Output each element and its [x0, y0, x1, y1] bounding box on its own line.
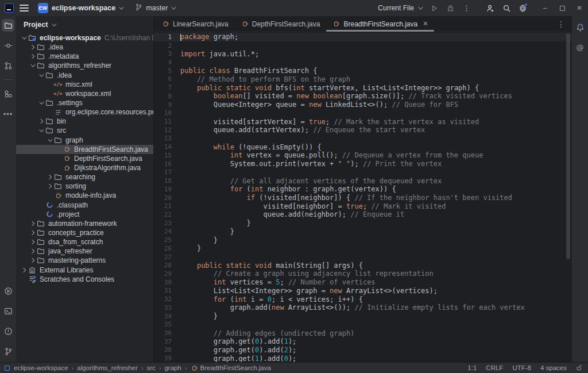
chevron-collapsed-icon[interactable]	[28, 259, 36, 262]
editor-tab-linearsearch-java[interactable]: LinearSearch.java	[156, 16, 235, 32]
code-line-16: 16 System.out.print(vertex + " "); // Pr…	[154, 160, 572, 168]
breadcrumb: eclipse-workspace›algorithms_refresher›s…	[5, 364, 271, 372]
tree-item-src[interactable]: src	[16, 126, 153, 135]
project-panel-header[interactable]: Project	[16, 16, 153, 33]
chevron-expanded-icon[interactable]	[28, 64, 36, 67]
tree-item-bin[interactable]: bin	[16, 117, 153, 126]
tree-item-graph[interactable]: graph	[16, 136, 153, 145]
tree-item-scratches-and-consoles[interactable]: Scratches and Consoles	[16, 275, 153, 284]
chevron-collapsed-icon[interactable]	[28, 222, 36, 225]
terminal-icon[interactable]	[2, 305, 14, 317]
chevron-collapsed-icon[interactable]	[37, 120, 45, 123]
project-icon[interactable]	[2, 19, 14, 32]
pull-requests-icon[interactable]	[2, 59, 14, 72]
chevron-expanded-icon[interactable]	[20, 36, 28, 40]
tab-options-button[interactable]: ⋮	[550, 16, 572, 32]
chevron-collapsed-icon[interactable]	[45, 175, 53, 179]
ai-assistant-icon[interactable]: @	[574, 41, 586, 53]
line-number: 23	[154, 220, 180, 227]
debug-button[interactable]	[442, 0, 458, 16]
code-text: System.out.print(vertex + " "); // Print…	[180, 160, 442, 168]
tree-item-concepts-practice[interactable]: concepts_practice	[16, 228, 153, 237]
main-menu-button[interactable]	[20, 5, 29, 11]
close-tab-icon[interactable]: ✕	[423, 20, 428, 28]
tree-item-label: misc.xml	[65, 80, 92, 89]
editor-tab-depthfirstsearch-java[interactable]: DepthFirstSearch.java	[235, 16, 327, 32]
chevron-collapsed-icon[interactable]	[28, 231, 36, 234]
chevron-collapsed-icon[interactable]	[45, 184, 53, 188]
chevron-collapsed-icon[interactable]	[28, 55, 36, 58]
chevron-collapsed-icon[interactable]	[28, 240, 36, 244]
more-options-button[interactable]	[458, 0, 474, 16]
project-widget[interactable]: EW eclipse-workspace	[34, 1, 126, 15]
encoding-widget[interactable]: UTF-8	[512, 364, 531, 371]
code-with-me-button[interactable]	[482, 0, 498, 16]
scratches-icon	[28, 275, 37, 284]
close-button[interactable]: ✕	[571, 0, 588, 16]
breadcrumb-graph[interactable]: graph	[164, 364, 181, 371]
folder-icon	[36, 247, 45, 256]
git-branch-widget[interactable]: master	[131, 2, 178, 14]
tree-item-dsa-from-scratch[interactable]: dsa_from_scratch	[16, 237, 153, 247]
chevron-collapsed-icon[interactable]	[28, 249, 36, 253]
line-number: 2	[154, 42, 180, 49]
run-configuration-selector[interactable]: Current File	[373, 4, 426, 12]
settings-button[interactable]	[514, 0, 531, 16]
lock-icon[interactable]	[576, 364, 582, 372]
caret-position-widget[interactable]: 1:1	[467, 364, 477, 371]
line-number: 4	[154, 59, 180, 66]
tree-item-java-refresher[interactable]: java_refresher	[16, 247, 153, 256]
breadcrumb-src[interactable]: src	[146, 364, 155, 371]
tree-item-depthfirstsearch-java[interactable]: DepthFirstSearch.java	[16, 154, 153, 163]
breadcrumb-algorithms-refresher[interactable]: algorithms_refresher	[77, 364, 137, 371]
line-number: 38	[154, 346, 180, 353]
commit-icon[interactable]	[2, 39, 14, 52]
chevron-collapsed-icon[interactable]	[28, 45, 36, 49]
minimize-button[interactable]: –	[536, 0, 554, 16]
editor-scrollbar[interactable]	[566, 33, 570, 259]
code-editor[interactable]: 1package graph;23import java.util.*;45pu…	[154, 32, 572, 362]
chevron-expanded-icon[interactable]	[45, 139, 53, 142]
indent-widget[interactable]: 4 spaces	[540, 364, 567, 371]
notifications-icon[interactable]	[574, 21, 586, 33]
chevron-collapsed-icon[interactable]	[20, 268, 28, 272]
run-tool-icon[interactable]	[2, 284, 14, 297]
tree-item--settings[interactable]: .settings	[16, 98, 153, 107]
problems-icon[interactable]	[2, 325, 14, 337]
tree-item-workspace-xml[interactable]: </>workspace.xml	[16, 89, 153, 98]
structure-icon[interactable]	[2, 87, 14, 100]
chevron-expanded-icon[interactable]	[37, 129, 45, 132]
code-text: visited[startVertex] = true; // Mark the…	[180, 118, 479, 126]
chevron-expanded-icon[interactable]	[37, 101, 45, 105]
breadcrumb-breadthfirstsearch-java[interactable]: BreadthFirstSearch.java	[191, 364, 271, 372]
tree-item-external-libraries[interactable]: External Libraries	[16, 266, 153, 275]
line-number: 12	[154, 126, 180, 134]
tree-item--project[interactable]: .project	[16, 210, 153, 219]
tree-item-mastering-patterns[interactable]: mastering-patterns	[16, 256, 153, 265]
tree-item--metadata[interactable]: .metadata	[16, 52, 153, 61]
line-separator-widget[interactable]: CRLF	[486, 364, 503, 371]
tree-item-searching[interactable]: searching	[16, 172, 153, 182]
code-line-9: 9 Queue<Integer> queue = new LinkedList<…	[154, 101, 572, 109]
chevron-expanded-icon[interactable]	[37, 74, 45, 77]
maximize-button[interactable]	[554, 0, 571, 16]
version-control-icon[interactable]	[2, 345, 14, 357]
breadcrumb-eclipse-workspace[interactable]: eclipse-workspace	[14, 364, 68, 371]
editor-tab-breadthfirstsearch-java[interactable]: BreadthFirstSearch.java✕	[326, 16, 434, 32]
more-icon[interactable]: •••	[2, 107, 14, 120]
tree-item--classpath[interactable]: .classpath	[16, 201, 153, 210]
search-everywhere-button[interactable]	[498, 0, 514, 16]
tree-item-dijkstraalgorithm-java[interactable]: DijkstraAlgorithm.java	[16, 163, 153, 172]
tree-item--idea[interactable]: .idea	[16, 71, 153, 80]
run-button[interactable]	[426, 0, 442, 16]
tree-item-automation-framework[interactable]: automation-framework	[16, 219, 153, 228]
tree-item-algorithms-refresher[interactable]: algorithms_refresher	[16, 61, 153, 70]
tree-item-org-eclipse-core-resources-prefs[interactable]: org.eclipse.core.resources.prefs	[16, 107, 153, 117]
tree-item--idea[interactable]: .idea	[16, 43, 153, 52]
tree-item-module-info-java[interactable]: module-info.java	[16, 191, 153, 200]
tree-item-breadthfirstsearch-java[interactable]: BreadthFirstSearch.java	[16, 145, 153, 154]
tree-item-sorting[interactable]: sorting	[16, 182, 153, 191]
tree-item-misc-xml[interactable]: </>misc.xml	[16, 80, 153, 89]
java-class-icon	[53, 191, 63, 200]
tree-item-eclipse-workspace[interactable]: eclipse-workspaceC:\Users\Ishan Dev Shuk…	[16, 33, 153, 43]
